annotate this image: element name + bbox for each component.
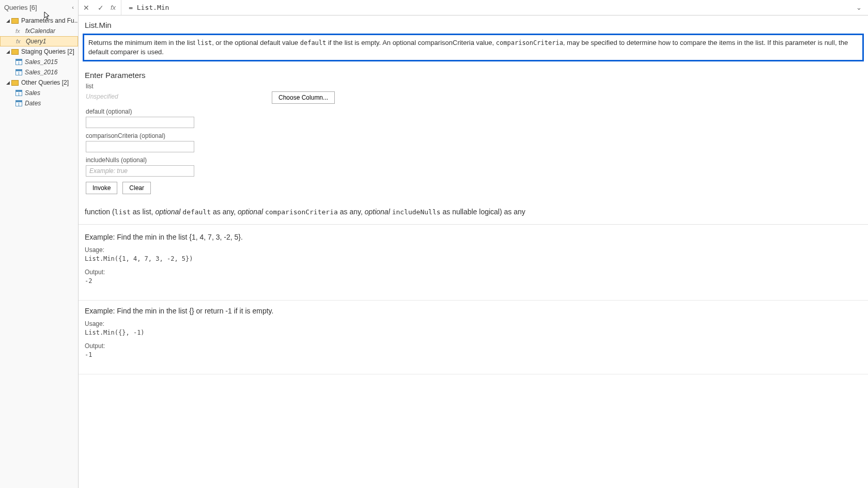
- table-icon: [16, 59, 22, 65]
- include-nulls-input[interactable]: [86, 165, 194, 177]
- default-input[interactable]: [86, 117, 194, 128]
- tree-item-sales[interactable]: Sales: [0, 88, 78, 98]
- usage-label: Usage:: [85, 246, 862, 254]
- fx-icon: fx: [111, 4, 116, 11]
- tree-group-other[interactable]: ◢ Other Queries [2]: [0, 77, 78, 88]
- commit-formula-button[interactable]: ✓: [96, 3, 105, 12]
- table-icon: [16, 100, 22, 106]
- chevron-down-icon: ◢: [6, 80, 10, 85]
- folder-icon: [11, 49, 19, 55]
- tree-group-parameters[interactable]: ◢ Parameters and Fu...: [0, 15, 78, 26]
- tree-item-dates[interactable]: Dates: [0, 98, 78, 108]
- function-description: Returns the minimum item in the list lis…: [83, 34, 864, 61]
- usage-code: List.Min({1, 4, 7, 3, -2, 5}): [85, 255, 862, 262]
- clear-button[interactable]: Clear: [122, 182, 151, 194]
- expand-formula-icon[interactable]: ⌄: [853, 4, 865, 11]
- param-label-default: default (optional): [86, 108, 862, 115]
- cancel-formula-button[interactable]: ✕: [82, 3, 91, 12]
- enter-parameters-title: Enter Parameters: [79, 68, 868, 83]
- tree-item-fxcalendar[interactable]: fx fxCalendar: [0, 26, 78, 36]
- formula-input-wrap: [121, 0, 848, 15]
- example-block-1: Example: Find the min in the list {1, 4,…: [79, 227, 868, 301]
- invoke-button[interactable]: Invoke: [86, 182, 117, 194]
- output-label: Output:: [85, 269, 862, 276]
- choose-column-button[interactable]: Choose Column...: [272, 91, 335, 104]
- formula-bar: ✕ ✓ fx ⌄: [79, 0, 868, 15]
- chevron-down-icon: ◢: [6, 18, 10, 23]
- main-panel: ✕ ✓ fx ⌄ List.Min Returns the minimum it…: [79, 0, 868, 488]
- output-code: -2: [85, 277, 862, 285]
- param-label-list: list: [86, 83, 862, 90]
- content-area: List.Min Returns the minimum item in the…: [79, 15, 868, 488]
- parameters-form: list Unspecified Choose Column... defaul…: [79, 83, 868, 199]
- tree-item-sales2016[interactable]: Sales_2016: [0, 67, 78, 77]
- query-tree: ◢ Parameters and Fu... fx fxCalendar fx …: [0, 14, 78, 108]
- fx-icon: fx: [16, 38, 23, 44]
- fx-icon: fx: [16, 28, 23, 34]
- list-unspecified: Unspecified: [86, 91, 267, 100]
- item-label: Sales_2016: [25, 69, 57, 76]
- queries-sidebar: Queries [6] ‹ ◢ Parameters and Fu... fx …: [0, 0, 79, 488]
- folder-icon: [11, 18, 19, 24]
- usage-code: List.Min({}, -1): [85, 329, 862, 336]
- folder-icon: [11, 80, 19, 86]
- chevron-down-icon: ◢: [6, 49, 10, 54]
- function-signature: function (list as list, optional default…: [79, 199, 868, 225]
- item-label: Sales_2015: [25, 58, 57, 66]
- item-label: Query1: [26, 38, 46, 45]
- output-label: Output:: [85, 342, 862, 350]
- table-icon: [16, 90, 22, 96]
- param-label-comparison: comparisonCriteria (optional): [86, 132, 862, 139]
- item-label: fxCalendar: [25, 27, 55, 35]
- tree-item-query1[interactable]: fx Query1: [0, 36, 78, 46]
- function-name: List.Min: [79, 18, 868, 34]
- comparison-criteria-input[interactable]: [86, 141, 194, 152]
- formula-input[interactable]: [126, 3, 848, 12]
- item-label: Sales: [25, 89, 40, 97]
- example-title: Example: Find the min in the list {1, 4,…: [85, 233, 862, 241]
- tree-item-sales2015[interactable]: Sales_2015: [0, 57, 78, 67]
- table-icon: [16, 69, 22, 75]
- group-label: Parameters and Fu...: [21, 17, 78, 24]
- example-title: Example: Find the min in the list {} or …: [85, 307, 862, 315]
- param-label-includenulls: includeNulls (optional): [86, 156, 862, 164]
- usage-label: Usage:: [85, 320, 862, 327]
- group-label: Other Queries [2]: [21, 79, 69, 86]
- tree-group-staging[interactable]: ◢ Staging Queries [2]: [0, 46, 78, 57]
- sidebar-header: Queries [6] ‹: [0, 0, 78, 14]
- group-label: Staging Queries [2]: [21, 48, 74, 55]
- output-code: -1: [85, 351, 862, 358]
- item-label: Dates: [25, 100, 41, 107]
- example-block-2: Example: Find the min in the list {} or …: [79, 301, 868, 374]
- sidebar-title: Queries [6]: [4, 4, 37, 11]
- collapse-sidebar-icon[interactable]: ‹: [72, 4, 74, 10]
